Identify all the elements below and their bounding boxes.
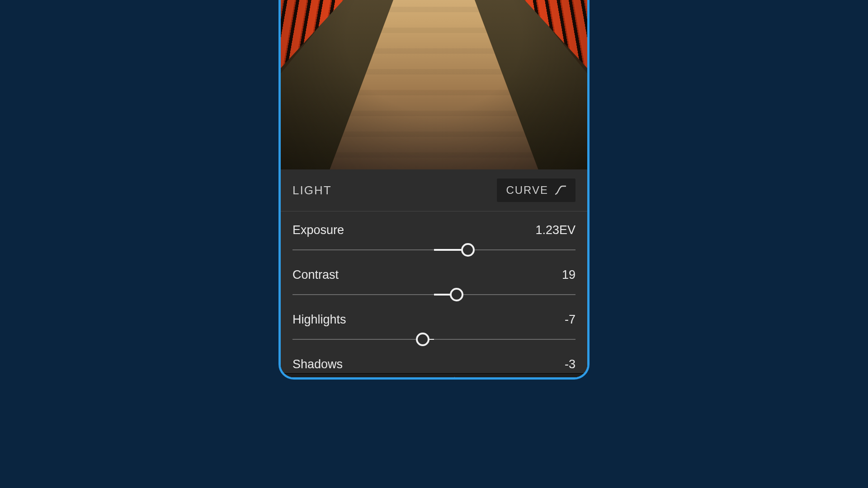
light-panel: LIGHT CURVE Exposure1.23EVContrast19High…: [281, 169, 587, 377]
tool-temperature[interactable]: [547, 374, 579, 377]
sliders-list: Exposure1.23EVContrast19Highlights-7Shad…: [281, 211, 587, 373]
phone-frame: LIGHT CURVE Exposure1.23EVContrast19High…: [278, 0, 590, 380]
slider-thumb[interactable]: [416, 333, 429, 346]
slider-value: 1.23EV: [535, 223, 576, 237]
slider-value: 19: [562, 268, 576, 282]
app-screen: LIGHT CURVE Exposure1.23EVContrast19High…: [281, 0, 587, 377]
photo-preview[interactable]: [281, 0, 587, 169]
slider-track[interactable]: [292, 242, 576, 258]
curve-button[interactable]: CURVE: [497, 178, 576, 202]
curve-button-label: CURVE: [506, 184, 548, 197]
bottom-toolbar: [281, 373, 587, 377]
slider-label: Contrast: [292, 268, 339, 282]
tool-layers[interactable]: [413, 374, 445, 377]
tool-presets[interactable]: [465, 374, 496, 377]
slider-value: -7: [565, 313, 576, 327]
toolbar-divider: [454, 377, 455, 377]
slider-track[interactable]: [292, 331, 576, 347]
tool-crop[interactable]: [372, 374, 403, 377]
slider-label: Shadows: [292, 357, 343, 371]
curve-icon: [555, 185, 566, 195]
slider-label: Exposure: [292, 223, 344, 237]
panel-header: LIGHT CURVE: [281, 169, 587, 211]
slider-track[interactable]: [292, 286, 576, 303]
slider-thumb[interactable]: [450, 288, 463, 301]
slider-label: Highlights: [292, 313, 346, 327]
slider-highlights: Highlights-7: [292, 305, 576, 349]
slider-thumb[interactable]: [461, 243, 475, 257]
tool-heal[interactable]: [330, 374, 362, 377]
slider-exposure: Exposure1.23EV: [292, 215, 576, 260]
slider-shadows: Shadows-3: [292, 349, 576, 373]
slider-value: -3: [565, 357, 576, 371]
tool-light[interactable]: [506, 374, 538, 377]
tool-lens[interactable]: [289, 374, 321, 377]
panel-title: LIGHT: [292, 183, 332, 197]
slider-contrast: Contrast19: [292, 260, 576, 305]
